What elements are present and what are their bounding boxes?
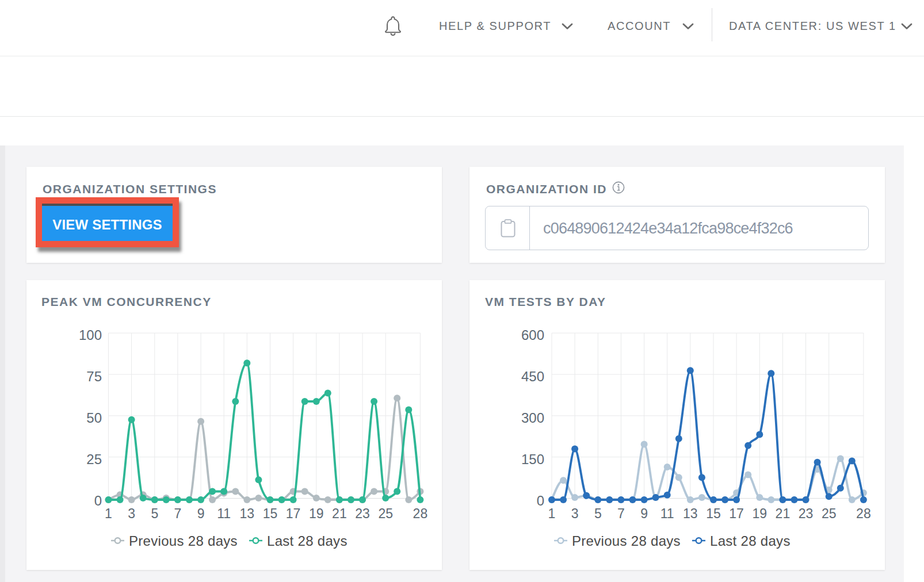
svg-text:Previous 28 days: Previous 28 days	[129, 533, 238, 549]
svg-text:25: 25	[86, 451, 102, 467]
svg-text:11: 11	[660, 506, 674, 521]
svg-text:50: 50	[86, 410, 102, 426]
svg-text:100: 100	[79, 327, 102, 343]
svg-text:150: 150	[521, 451, 544, 467]
svg-text:23: 23	[799, 506, 814, 521]
svg-text:5: 5	[594, 506, 602, 521]
svg-text:3: 3	[128, 506, 135, 521]
svg-text:1: 1	[105, 506, 112, 521]
svg-text:15: 15	[263, 506, 278, 521]
svg-text:13: 13	[240, 506, 255, 521]
svg-text:9: 9	[640, 506, 648, 521]
svg-text:28: 28	[856, 506, 871, 521]
svg-text:19: 19	[753, 506, 768, 521]
svg-text:7: 7	[174, 506, 182, 521]
svg-text:5: 5	[151, 506, 158, 521]
svg-text:25: 25	[378, 506, 393, 521]
svg-text:28: 28	[413, 506, 428, 521]
svg-text:7: 7	[617, 506, 625, 521]
svg-text:15: 15	[706, 506, 721, 521]
svg-text:0: 0	[94, 493, 102, 508]
svg-text:450: 450	[521, 369, 544, 384]
svg-text:21: 21	[776, 506, 791, 521]
svg-text:3: 3	[571, 506, 579, 521]
svg-text:600: 600	[521, 327, 544, 343]
svg-text:0: 0	[537, 493, 544, 508]
svg-text:23: 23	[355, 506, 370, 521]
svg-text:17: 17	[286, 506, 301, 521]
svg-text:19: 19	[309, 506, 324, 521]
svg-text:11: 11	[217, 506, 231, 521]
svg-text:75: 75	[86, 369, 102, 384]
svg-text:17: 17	[729, 506, 744, 521]
svg-text:Last 28 days: Last 28 days	[710, 533, 791, 549]
svg-text:21: 21	[332, 506, 347, 521]
svg-text:13: 13	[683, 506, 698, 521]
svg-text:Last 28 days: Last 28 days	[267, 533, 348, 549]
svg-text:25: 25	[822, 506, 837, 521]
svg-text:1: 1	[548, 506, 556, 521]
svg-text:300: 300	[521, 410, 544, 426]
svg-text:9: 9	[197, 506, 205, 521]
svg-text:Previous 28 days: Previous 28 days	[572, 533, 681, 549]
